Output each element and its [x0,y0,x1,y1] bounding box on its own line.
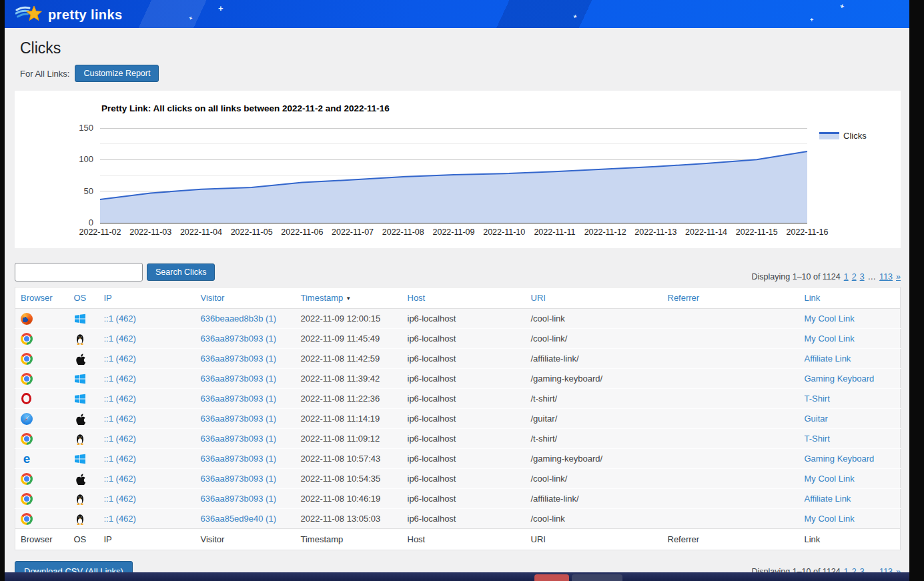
pretty-link-name-link[interactable]: Gaming Keyboard [805,374,875,384]
column-footer-host: Host [402,529,526,550]
visitor-link[interactable]: 636aa8973b093 (1) [201,374,277,384]
os-cell [69,329,99,349]
table-row: ::1 (462)636aa8973b093 (1)2022-11-09 11:… [15,329,901,349]
visitor-link[interactable]: 636aa8973b093 (1) [201,434,277,444]
pretty-link-name-link[interactable]: Affiliate Link [805,494,851,504]
search-input[interactable] [15,263,143,281]
column-header-referrer[interactable]: Referrer [662,287,799,309]
ip-link[interactable]: ::1 (462) [104,494,136,504]
background-dialog-red-button [534,574,569,581]
table-row: ::1 (462)636aa8973b093 (1)2022-11-08 11:… [15,409,901,429]
link-cell: Gaming Keyboard [799,369,901,389]
ip-link[interactable]: ::1 (462) [104,374,136,384]
visitor-link[interactable]: 636aa8973b093 (1) [201,454,277,464]
pretty-links-page: pretty links + + + + + Clicks For All Li… [5,0,909,581]
pretty-link-name-link[interactable]: Affiliate Link [805,354,851,364]
column-header-visitor[interactable]: Visitor [195,287,296,309]
visitor-link[interactable]: 636aa8973b093 (1) [201,414,277,424]
visitor-link[interactable]: 636aa8973b093 (1) [201,334,277,344]
visitor-link[interactable]: 636aa85ed9e40 (1) [201,514,277,524]
svg-text:50: 50 [84,186,93,196]
visitor-link[interactable]: 636aa8973b093 (1) [201,474,277,484]
ip-link[interactable]: ::1 (462) [104,334,136,344]
pretty-link-name-link[interactable]: Guitar [805,414,828,424]
apple-os-icon [74,353,86,365]
chrome-browser-icon [21,513,33,525]
os-cell [69,309,99,329]
svg-text:2022-11-16: 2022-11-16 [786,227,828,237]
customize-report-button[interactable]: Customize Report [75,65,159,82]
host-cell: ip6-localhost [402,449,526,469]
uri-cell: /affiliate-link/ [526,489,662,509]
pagination-summary: Displaying 1–10 of 1124 [752,272,841,281]
pretty-link-name-link[interactable]: My Cool Link [805,514,855,524]
visitor-link[interactable]: 636aa8973b093 (1) [201,494,277,504]
column-header-link[interactable]: Link [799,287,901,309]
timestamp-cell: 2022-11-08 10:54:35 [296,469,402,489]
column-footer-timestamp: Timestamp [296,529,402,550]
ip-link[interactable]: ::1 (462) [104,414,136,424]
uri-cell: /t-shirt/ [526,429,662,449]
visitor-link[interactable]: 636aa8973b093 (1) [201,354,277,364]
page-link-3[interactable]: 3 [860,272,865,281]
windows-os-icon [74,313,86,325]
os-cell [69,409,99,429]
ip-link[interactable]: ::1 (462) [104,434,136,444]
referrer-cell [662,509,799,529]
timestamp-cell: 2022-11-08 13:05:03 [296,509,402,529]
linux-os-icon [74,493,86,505]
ip-cell: ::1 (462) [99,449,195,469]
filter-label: For All Links: [20,69,69,79]
column-header-uri[interactable]: URI [526,287,662,309]
svg-text:2022-11-10: 2022-11-10 [483,227,525,237]
os-cell [69,369,99,389]
column-header-ip[interactable]: IP [99,287,195,309]
page-link-2[interactable]: 2 [852,272,857,281]
ip-cell: ::1 (462) [99,309,195,329]
browser-cell [15,489,69,509]
windows-os-icon [74,373,86,385]
ip-link[interactable]: ::1 (462) [104,354,136,364]
firefox-browser-icon [21,313,33,325]
column-header-browser[interactable]: Browser [15,287,69,309]
chrome-browser-icon [21,353,33,365]
page-link-113[interactable]: 113 [879,272,893,281]
table-row: ::1 (462)636aa8973b093 (1)2022-11-08 11:… [15,389,901,409]
pretty-link-name-link[interactable]: Gaming Keyboard [805,454,875,464]
referrer-cell [662,409,799,429]
search-clicks-button[interactable]: Search Clicks [147,263,215,281]
ip-cell: ::1 (462) [99,369,195,389]
column-header-host[interactable]: Host [402,287,526,309]
timestamp-cell: 2022-11-08 11:42:59 [296,349,402,369]
pagination-ellipsis: … [868,272,877,281]
ip-link[interactable]: ::1 (462) [104,454,136,464]
pretty-link-name-link[interactable]: My Cool Link [805,314,855,324]
ip-link[interactable]: ::1 (462) [104,474,136,484]
visitor-link[interactable]: 636beaaed8b3b (1) [201,314,277,324]
logo-text: pretty links [48,7,123,23]
pretty-link-name-link[interactable]: My Cool Link [805,474,855,484]
pretty-link-name-link[interactable]: My Cool Link [805,334,855,344]
ip-link[interactable]: ::1 (462) [104,514,136,524]
next-page-link[interactable]: » [896,272,901,281]
pretty-link-name-link[interactable]: T-Shirt [805,394,830,404]
page-link-1[interactable]: 1 [844,272,849,281]
ip-link[interactable]: ::1 (462) [104,314,136,324]
column-header-timestamp[interactable]: Timestamp▼ [296,287,402,309]
visitor-cell: 636aa8973b093 (1) [195,369,296,389]
uri-cell: /cool-link/ [526,469,662,489]
timestamp-cell: 2022-11-08 11:14:19 [296,409,402,429]
visitor-link[interactable]: 636aa8973b093 (1) [201,394,277,404]
host-cell: ip6-localhost [402,329,526,349]
ip-cell: ::1 (462) [99,509,195,529]
table-row: ::1 (462)636aa8973b093 (1)2022-11-08 10:… [15,469,901,489]
ip-cell: ::1 (462) [99,429,195,449]
host-cell: ip6-localhost [402,469,526,489]
pretty-links-logo[interactable]: pretty links [15,4,123,26]
svg-text:100: 100 [79,154,93,164]
os-cell [69,349,99,369]
pretty-link-name-link[interactable]: T-Shirt [805,434,830,444]
ip-link[interactable]: ::1 (462) [104,394,136,404]
linux-os-icon [74,433,86,445]
column-header-os[interactable]: OS [69,287,99,309]
